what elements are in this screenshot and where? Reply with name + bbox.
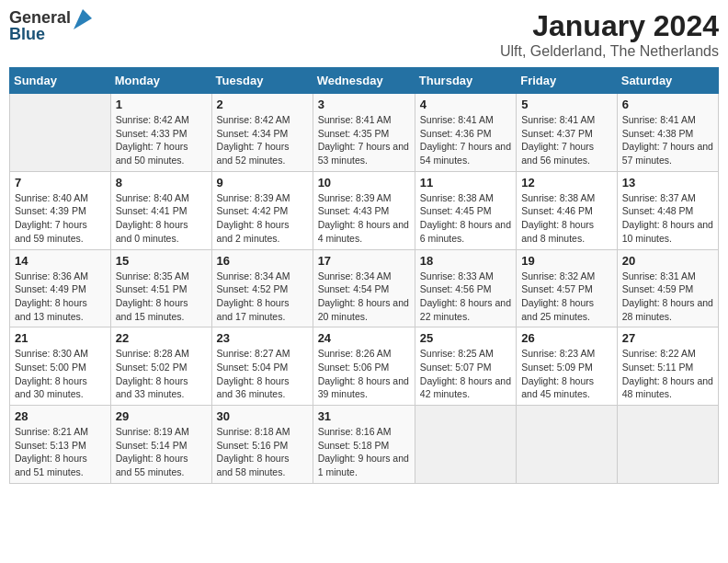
sunrise-text: Sunrise: 8:40 AM [116,192,189,203]
sunrise-text: Sunrise: 8:35 AM [116,270,189,282]
daylight-text: Daylight: 7 hours and 59 minutes. [15,219,87,244]
sunset-text: Sunset: 5:18 PM [318,440,390,451]
daylight-text: Daylight: 7 hours and 50 minutes. [116,141,188,166]
table-row: 2Sunrise: 8:42 AMSunset: 4:34 PMDaylight… [211,94,313,172]
sunrise-text: Sunrise: 8:23 AM [521,348,595,359]
sunset-text: Sunset: 5:02 PM [116,362,188,373]
daylight-text: Daylight: 7 hours and 54 minutes. [420,141,511,166]
day-number: 6 [622,98,713,111]
sunset-text: Sunset: 5:13 PM [15,440,86,451]
day-info: Sunrise: 8:39 AMSunset: 4:43 PMDaylight:… [318,191,410,246]
day-info: Sunrise: 8:40 AMSunset: 4:39 PMDaylight:… [15,191,106,246]
daylight-text: Daylight: 8 hours and 22 minutes. [420,297,511,322]
day-info: Sunrise: 8:19 AMSunset: 5:14 PMDaylight:… [116,425,207,479]
daylight-text: Daylight: 8 hours and 51 minutes. [15,453,87,477]
header-friday: Friday [517,68,618,94]
day-number: 21 [15,331,106,345]
calendar-week-row: 14Sunrise: 8:36 AMSunset: 4:49 PMDayligh… [10,249,719,327]
table-row: 4Sunrise: 8:41 AMSunset: 4:36 PMDaylight… [415,94,516,172]
daylight-text: Daylight: 9 hours and 1 minute. [318,453,409,477]
daylight-text: Daylight: 8 hours and 6 minutes. [420,219,511,244]
table-row: 15Sunrise: 8:35 AMSunset: 4:51 PMDayligh… [110,249,211,327]
day-info: Sunrise: 8:32 AMSunset: 4:57 PMDaylight:… [521,270,612,324]
sunset-text: Sunset: 4:38 PM [622,128,694,139]
calendar-week-row: 21Sunrise: 8:30 AMSunset: 5:00 PMDayligh… [10,327,719,406]
daylight-text: Daylight: 8 hours and 58 minutes. [217,453,290,477]
day-info: Sunrise: 8:37 AMSunset: 4:48 PMDaylight:… [622,191,713,246]
sunrise-text: Sunrise: 8:31 AM [622,270,696,282]
day-info: Sunrise: 8:41 AMSunset: 4:38 PMDaylight:… [622,113,713,167]
sunrise-text: Sunrise: 8:28 AM [116,348,189,359]
day-info: Sunrise: 8:30 AMSunset: 5:00 PMDaylight:… [15,347,106,401]
sunset-text: Sunset: 4:39 PM [15,205,86,216]
sunset-text: Sunset: 4:57 PM [521,283,593,294]
sunrise-text: Sunrise: 8:37 AM [622,192,696,203]
table-row: 5Sunrise: 8:41 AMSunset: 4:37 PMDaylight… [517,94,618,172]
day-number: 9 [217,176,308,190]
sunrise-text: Sunrise: 8:39 AM [217,192,290,203]
sunrise-text: Sunrise: 8:41 AM [318,114,392,125]
table-row: 23Sunrise: 8:27 AMSunset: 5:04 PMDayligh… [211,327,313,406]
sunset-text: Sunset: 4:45 PM [420,205,492,216]
header-thursday: Thursday [415,68,516,94]
day-info: Sunrise: 8:41 AMSunset: 4:35 PMDaylight:… [318,113,410,167]
day-info: Sunrise: 8:36 AMSunset: 4:49 PMDaylight:… [15,270,106,324]
day-info: Sunrise: 8:42 AMSunset: 4:33 PMDaylight:… [116,113,207,167]
daylight-text: Daylight: 8 hours and 8 minutes. [521,219,594,244]
sunset-text: Sunset: 4:56 PM [420,283,492,294]
sunset-text: Sunset: 4:41 PM [116,205,188,216]
sunset-text: Sunset: 4:34 PM [217,128,289,139]
day-info: Sunrise: 8:42 AMSunset: 4:34 PMDaylight:… [217,113,308,167]
table-row: 20Sunrise: 8:31 AMSunset: 4:59 PMDayligh… [617,249,718,327]
daylight-text: Daylight: 8 hours and 4 minutes. [318,219,409,244]
table-row [517,406,618,484]
table-row [415,406,516,484]
day-info: Sunrise: 8:26 AMSunset: 5:06 PMDaylight:… [318,347,410,401]
daylight-text: Daylight: 8 hours and 42 minutes. [420,375,511,400]
sunset-text: Sunset: 5:00 PM [15,362,86,373]
sunrise-text: Sunrise: 8:42 AM [217,114,290,125]
day-info: Sunrise: 8:21 AMSunset: 5:13 PMDaylight:… [15,425,106,479]
sunrise-text: Sunrise: 8:40 AM [15,192,88,203]
sunset-text: Sunset: 4:48 PM [622,205,694,216]
daylight-text: Daylight: 7 hours and 52 minutes. [217,141,290,166]
daylight-text: Daylight: 7 hours and 53 minutes. [318,141,409,166]
svg-marker-0 [74,9,92,29]
page-title: January 2024 [500,9,719,43]
sunset-text: Sunset: 4:49 PM [15,283,86,294]
daylight-text: Daylight: 8 hours and 15 minutes. [116,297,188,322]
sunrise-text: Sunrise: 8:36 AM [15,270,88,282]
day-number: 30 [217,409,308,423]
day-info: Sunrise: 8:41 AMSunset: 4:37 PMDaylight:… [521,113,612,167]
sunset-text: Sunset: 4:46 PM [521,205,593,216]
day-info: Sunrise: 8:39 AMSunset: 4:42 PMDaylight:… [217,191,308,246]
sunrise-text: Sunrise: 8:39 AM [318,192,392,203]
page-header: General Blue January 2024 Ulft, Gelderla… [9,9,719,60]
title-section: January 2024 Ulft, Gelderland, The Nethe… [500,9,719,60]
day-info: Sunrise: 8:16 AMSunset: 5:18 PMDaylight:… [318,425,410,479]
calendar-table: Sunday Monday Tuesday Wednesday Thursday… [9,67,719,484]
table-row: 27Sunrise: 8:22 AMSunset: 5:11 PMDayligh… [617,327,718,406]
daylight-text: Daylight: 8 hours and 2 minutes. [217,219,290,244]
day-number: 12 [521,176,612,190]
table-row: 26Sunrise: 8:23 AMSunset: 5:09 PMDayligh… [517,327,618,406]
daylight-text: Daylight: 8 hours and 25 minutes. [521,297,594,322]
header-saturday: Saturday [617,68,718,94]
sunrise-text: Sunrise: 8:41 AM [420,114,494,125]
day-number: 25 [420,331,511,345]
sunset-text: Sunset: 5:06 PM [318,362,390,373]
table-row: 29Sunrise: 8:19 AMSunset: 5:14 PMDayligh… [110,406,211,484]
day-info: Sunrise: 8:34 AMSunset: 4:54 PMDaylight:… [318,270,410,324]
logo-blue: Blue [9,26,71,42]
sunrise-text: Sunrise: 8:41 AM [622,114,696,125]
day-info: Sunrise: 8:18 AMSunset: 5:16 PMDaylight:… [217,425,308,479]
day-number: 22 [116,331,207,345]
header-monday: Monday [110,68,211,94]
daylight-text: Daylight: 8 hours and 20 minutes. [318,297,409,322]
sunset-text: Sunset: 4:36 PM [420,128,492,139]
day-info: Sunrise: 8:25 AMSunset: 5:07 PMDaylight:… [420,347,511,401]
header-tuesday: Tuesday [211,68,313,94]
daylight-text: Daylight: 8 hours and 45 minutes. [521,375,594,400]
day-number: 10 [318,176,410,190]
daylight-text: Daylight: 8 hours and 28 minutes. [622,297,713,322]
